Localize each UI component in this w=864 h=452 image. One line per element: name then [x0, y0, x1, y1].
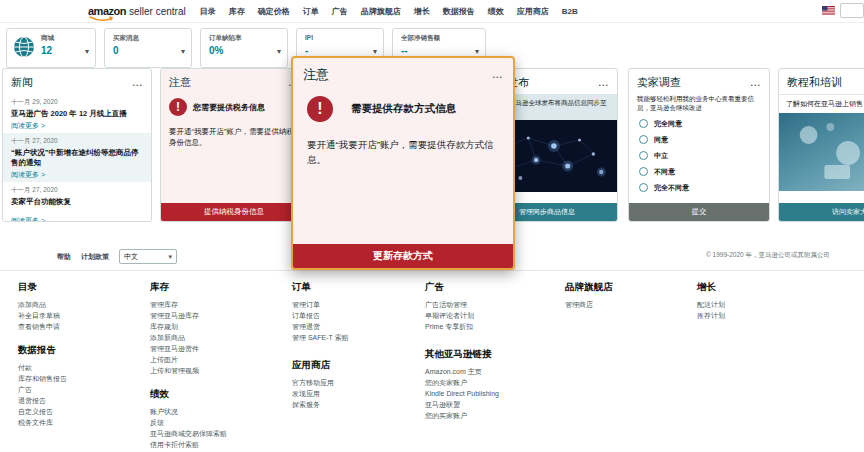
survey-option-disagree[interactable]: 不同意	[629, 164, 769, 180]
footer-heading: 广告	[425, 281, 553, 294]
footer-link[interactable]: 退货报告	[18, 395, 146, 406]
footer-link[interactable]: 管理亚马逊库存	[150, 310, 278, 321]
survey-submit-button[interactable]: 提交	[629, 203, 769, 221]
nav-item-orders[interactable]: 订单	[303, 6, 319, 17]
card-menu-icon[interactable]: ...	[132, 81, 143, 85]
filter-value: --	[401, 45, 408, 56]
footer-link[interactable]: 订单报告	[292, 310, 420, 321]
footer-link[interactable]: 探索服务	[292, 399, 420, 410]
footer-link[interactable]: 官方移动应用	[292, 377, 420, 388]
footer-heading: 数据报告	[18, 344, 146, 357]
footer-link[interactable]: 账户状况	[150, 406, 278, 417]
footer-link[interactable]: 上传图片	[150, 354, 278, 365]
footer-column-growth: 增长 配送计划 推荐计划	[697, 281, 825, 333]
alert-heading: 您需要提供税务信息	[193, 102, 265, 113]
news-date: 十一月 27, 2020	[11, 186, 143, 195]
radio-icon[interactable]	[639, 183, 648, 192]
chevron-down-icon[interactable]: ▾	[475, 47, 479, 56]
read-more-link[interactable]: 阅读更多 >	[11, 216, 143, 223]
chevron-down-icon[interactable]: ▾	[373, 47, 377, 56]
nav-item-advertising[interactable]: 广告	[332, 6, 348, 17]
nav-item-growth[interactable]: 增长	[414, 6, 430, 17]
footer-link[interactable]: 亚马逊商城交易保障索赔	[150, 428, 278, 439]
help-link[interactable]: 帮助	[57, 252, 71, 262]
footer-link[interactable]: Prime 专享折扣	[425, 321, 553, 332]
footer-link[interactable]: 信用卡拒付索赔	[150, 439, 278, 450]
language-select[interactable]: 中文 ▾	[119, 249, 177, 264]
radio-icon[interactable]	[639, 151, 648, 160]
modal-title: 注意	[303, 66, 329, 84]
modal-menu-icon[interactable]: ...	[492, 73, 503, 77]
footer-link[interactable]: 管理订单	[292, 299, 420, 310]
footer-link[interactable]: 亚马逊联盟	[425, 399, 553, 410]
nav-item-b2b[interactable]: B2B	[562, 7, 578, 16]
nav-item-reports[interactable]: 数据报告	[443, 6, 475, 17]
chevron-down-icon[interactable]: ▾	[181, 47, 185, 56]
footer-heading: 应用商店	[292, 359, 420, 372]
footer-link[interactable]: 推荐计划	[697, 310, 825, 321]
update-deposit-method-button[interactable]: 更新存款方式	[293, 244, 513, 268]
survey-option-neutral[interactable]: 中立	[629, 148, 769, 164]
read-more-link[interactable]: 阅读更多 >	[11, 121, 143, 131]
nav-item-appstore[interactable]: 应用商店	[517, 6, 549, 17]
footer-link[interactable]: 管理 SAFE-T 索赔	[292, 332, 420, 343]
footer-link[interactable]: 库存规划	[150, 321, 278, 332]
amazon-seller-central-logo[interactable]: amazon seller central	[88, 5, 186, 17]
footer-link[interactable]: 早期评论者计划	[425, 310, 553, 321]
footer-link[interactable]: Amazon.com 主页	[425, 366, 553, 377]
footer-link[interactable]: 自定义报告	[18, 406, 146, 417]
footer-link[interactable]: Kindle Direct Publishing	[425, 388, 553, 399]
footer-link[interactable]: 发现应用	[292, 388, 420, 399]
marketplace-selector[interactable]: 商城 12 ▾	[6, 28, 96, 68]
nav-item-performance[interactable]: 绩效	[488, 6, 504, 17]
globe-icon	[13, 36, 35, 58]
chevron-down-icon[interactable]: ▾	[85, 47, 89, 56]
provide-tax-identity-button[interactable]: 提供纳税身份信息	[161, 203, 307, 221]
account-dropdown[interactable]	[840, 3, 864, 18]
footer-link[interactable]: 管理商店	[565, 299, 693, 310]
alert-exclamation-icon: !	[307, 96, 333, 122]
card-menu-icon[interactable]: ...	[598, 81, 609, 85]
us-flag-icon[interactable]	[822, 6, 835, 15]
deposit-method-modal: 注意 ... ! 需要提供存款方式信息 要开通“我要开店”账户，需要提供存款方式…	[291, 56, 515, 270]
nav-item-pricing[interactable]: 确定价格	[258, 6, 290, 17]
nav-item-stores[interactable]: 品牌旗舰店	[361, 6, 401, 17]
radio-icon[interactable]	[639, 119, 648, 128]
top-nav: amazon seller central 目录 库存 确定价格 订单 广告 品…	[0, 0, 864, 23]
footer-link[interactable]: 补全目录草稿	[18, 310, 146, 321]
footer-link[interactable]: 付款	[18, 362, 146, 373]
footer-heading: 订单	[292, 281, 420, 294]
survey-option-strongly-disagree[interactable]: 完全不同意	[629, 180, 769, 196]
order-defect-rate-widget[interactable]: 订单缺陷率 0% ▾	[200, 28, 288, 68]
card-menu-icon[interactable]: ...	[750, 81, 761, 85]
footer-link[interactable]: 添加商品	[18, 299, 146, 310]
survey-option-agree[interactable]: 同意	[629, 132, 769, 148]
footer-link[interactable]: 添加新商品	[150, 332, 278, 343]
footer-link[interactable]: 您的买家账户	[425, 410, 553, 421]
footer-link[interactable]: 广告	[18, 384, 146, 395]
read-more-link[interactable]: 阅读更多 >	[11, 170, 143, 180]
radio-icon[interactable]	[639, 167, 648, 176]
footer-link[interactable]: 管理退货	[292, 321, 420, 332]
footer-link[interactable]: 管理亚马逊货件	[150, 343, 278, 354]
footer-link[interactable]: 反馈	[150, 417, 278, 428]
footer-link[interactable]: 税务文件库	[18, 417, 146, 428]
footer-link[interactable]: 库存和销售报告	[18, 373, 146, 384]
visit-seller-university-button[interactable]: 访问卖家大学	[779, 203, 864, 221]
footer-link[interactable]: 广告活动管理	[425, 299, 553, 310]
alert-exclamation-icon: !	[169, 98, 187, 116]
footer-link[interactable]: 查看销售申请	[18, 321, 146, 332]
footer-link[interactable]: 管理库存	[150, 299, 278, 310]
survey-option-strongly-agree[interactable]: 完全同意	[629, 116, 769, 132]
footer-link[interactable]: 配送计划	[697, 299, 825, 310]
radio-icon[interactable]	[639, 135, 648, 144]
buyer-messages-widget[interactable]: 买家消息 0 ▾	[104, 28, 192, 68]
chevron-down-icon[interactable]: ▾	[277, 47, 281, 56]
nav-item-inventory[interactable]: 库存	[229, 6, 245, 17]
footer-link[interactable]: 您的卖家账户	[425, 377, 553, 388]
footer-link[interactable]: 上传和管理视频	[150, 365, 278, 376]
program-policies-link[interactable]: 计划政策	[81, 252, 109, 262]
tax-info-alert-card: 注意 ... ! 您需要提供税务信息 要开通“我要开店”账户，需要提供纳税身份信…	[160, 68, 308, 222]
nav-item-catalog[interactable]: 目录	[200, 6, 216, 17]
filter-value: 12	[41, 45, 52, 56]
